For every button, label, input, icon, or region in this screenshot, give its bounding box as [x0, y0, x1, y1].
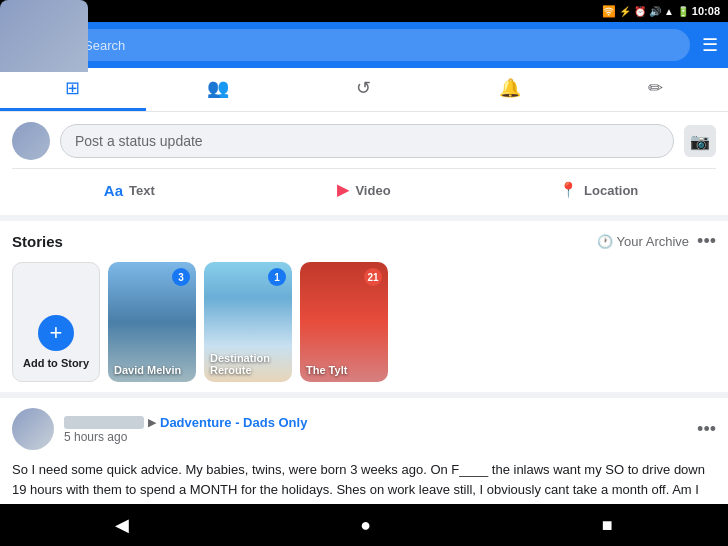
status-input[interactable]: Post a status update [60, 124, 674, 158]
clock: 10:08 [692, 5, 720, 17]
tab-watch[interactable]: ↺ [291, 68, 437, 111]
your-archive-button[interactable]: 🕐 Your Archive [597, 234, 690, 249]
add-story-card[interactable]: + Add to Story [12, 262, 100, 382]
watch-icon: ↺ [356, 77, 371, 99]
user-avatar-post [12, 122, 50, 160]
location-label: Location [584, 183, 638, 198]
battery-icon: 🔋 [677, 6, 689, 17]
story-badge-2: 1 [268, 268, 286, 286]
home-icon: ⊞ [65, 77, 80, 99]
photo-icon[interactable]: 📷 [684, 125, 716, 157]
tab-create[interactable]: ✏ [582, 68, 728, 111]
text-button[interactable]: Aa Text [12, 175, 247, 205]
archive-label: Your Archive [617, 234, 690, 249]
wifi-icon: 🛜 [602, 5, 616, 18]
video-button[interactable]: ▶ Video [247, 175, 482, 205]
post-header: ▶ Dadventure - Dads Only 5 hours ago ••• [0, 398, 728, 456]
add-story-plus-icon: + [38, 315, 74, 351]
bluetooth-icon: ⚡ [619, 6, 631, 17]
status-bar: 𝕏 f M ▶ f ▭ 🛜 ⚡ ⏰ 🔊 ▲ 🔋 10:08 [0, 0, 728, 22]
video-icon: ▶ [337, 181, 349, 199]
text-icon: Aa [104, 182, 123, 199]
post-author-avatar [12, 408, 54, 450]
story-card-1[interactable]: 3 David Melvin [108, 262, 196, 382]
video-label: Video [355, 183, 390, 198]
clock-icon: 🕐 [597, 234, 613, 249]
camera-icon: 📷 [690, 132, 710, 151]
square-button[interactable]: ■ [602, 515, 613, 536]
volume-icon: 🔊 [649, 6, 661, 17]
location-button[interactable]: 📍 Location [481, 175, 716, 205]
stories-title: Stories [12, 233, 63, 250]
story-add-bg [0, 0, 88, 72]
stories-more-icon[interactable]: ••• [697, 231, 716, 252]
signal-icon: ▲ [664, 6, 674, 17]
post-top-row: Post a status update 📷 [12, 122, 716, 160]
post-box: Post a status update 📷 Aa Text ▶ Video 📍… [0, 112, 728, 215]
search-placeholder: Search [84, 38, 125, 53]
navigation-bar: 👤 🔍 Search ☰ [0, 22, 728, 68]
post-author-info: ▶ Dadventure - Dads Only 5 hours ago [64, 415, 687, 444]
friends-icon: 👥 [207, 77, 229, 99]
bell-icon: 🔔 [499, 77, 521, 99]
menu-icon[interactable]: ☰ [702, 34, 718, 56]
post-author-name-row: ▶ Dadventure - Dads Only [64, 415, 687, 430]
tab-friends[interactable]: 👥 [146, 68, 292, 111]
post-group-arrow: ▶ [148, 416, 156, 429]
post-author-name-blurred [64, 416, 144, 429]
story-label-1: David Melvin [114, 364, 190, 376]
add-story-label: Add to Story [23, 357, 89, 369]
post-action-buttons: Aa Text ▶ Video 📍 Location [12, 168, 716, 205]
back-button[interactable]: ◀ [115, 514, 129, 536]
stories-header: Stories 🕐 Your Archive ••• [12, 231, 716, 252]
tab-bar: ⊞ 👥 ↺ 🔔 ✏ [0, 68, 728, 112]
location-icon: 📍 [559, 181, 578, 199]
story-card-2[interactable]: 1 Destination Reroute [204, 262, 292, 382]
story-badge-1: 3 [172, 268, 190, 286]
tab-notifications[interactable]: 🔔 [437, 68, 583, 111]
stories-section: Stories 🕐 Your Archive ••• + Add to Stor… [0, 221, 728, 392]
search-bar[interactable]: 🔍 Search [50, 29, 690, 61]
home-button[interactable]: ● [360, 515, 371, 536]
alarm-icon: ⏰ [634, 6, 646, 17]
post-group-name[interactable]: Dadventure - Dads Only [160, 415, 307, 430]
post-more-icon[interactable]: ••• [697, 419, 716, 440]
avatar-image [12, 122, 50, 160]
stories-row: + Add to Story 3 David Melvin 1 Destinat… [12, 262, 716, 382]
status-icons-right: 🛜 ⚡ ⏰ 🔊 ▲ 🔋 10:08 [602, 5, 720, 18]
bottom-navigation: ◀ ● ■ [0, 504, 728, 546]
story-badge-3: 21 [364, 268, 382, 286]
story-label-3: The Tylt [306, 364, 382, 376]
text-label: Text [129, 183, 155, 198]
edit-icon: ✏ [648, 77, 663, 99]
tab-home[interactable]: ⊞ [0, 68, 146, 111]
post-timestamp: 5 hours ago [64, 430, 687, 444]
stories-header-right: 🕐 Your Archive ••• [597, 231, 716, 252]
story-label-2: Destination Reroute [210, 352, 286, 376]
story-card-3[interactable]: 21 The Tylt [300, 262, 388, 382]
